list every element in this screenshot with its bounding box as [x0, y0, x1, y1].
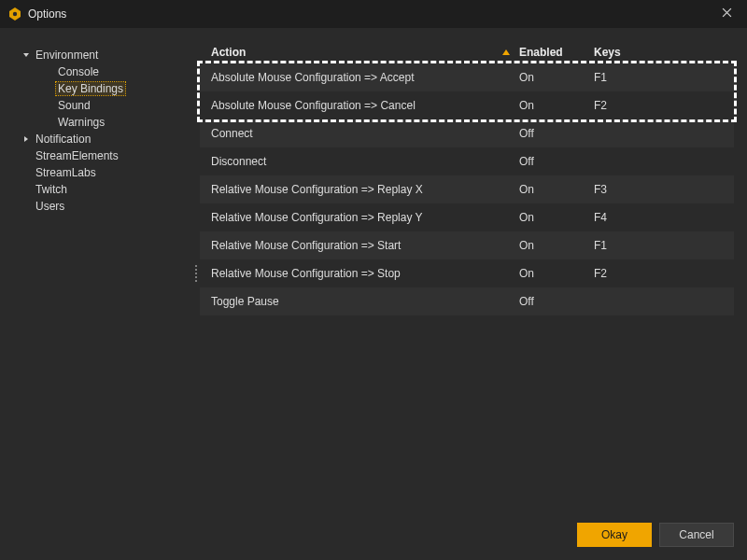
sidebar-item-streamelements[interactable]: StreamElements	[19, 147, 200, 164]
cell-action: Relative Mouse Configuration => Start	[211, 239, 519, 252]
sidebar-item-environment[interactable]: Environment	[19, 47, 200, 63]
table-row[interactable]: Relative Mouse Configuration => StartOnF…	[200, 231, 734, 259]
cell-action: Toggle Pause	[211, 295, 519, 308]
column-header-enabled[interactable]: Enabled	[519, 46, 594, 59]
table-row[interactable]: Relative Mouse Configuration => Replay X…	[200, 175, 734, 203]
cell-enabled: Off	[519, 295, 594, 308]
drag-handle-icon[interactable]	[193, 265, 199, 282]
window-title: Options	[28, 7, 66, 21]
sidebar-item-label: Users	[34, 200, 66, 213]
close-icon	[722, 7, 732, 21]
column-header-keys[interactable]: Keys	[594, 46, 734, 59]
cell-enabled: Off	[519, 155, 594, 168]
cell-keys: F1	[594, 71, 734, 84]
column-header-action[interactable]: Action	[211, 46, 519, 59]
sidebar-item-streamlabs[interactable]: StreamLabs	[19, 164, 200, 181]
sidebar-item-label: Twitch	[34, 183, 69, 196]
cell-keys: F1	[594, 239, 734, 252]
table-header: Action Enabled Keys	[200, 41, 734, 63]
svg-point-0	[13, 12, 17, 16]
table-row[interactable]: Relative Mouse Configuration => Replay Y…	[200, 203, 734, 231]
table-row[interactable]: Absolute Mouse Configuration => CancelOn…	[200, 91, 734, 119]
sidebar-item-label: StreamElements	[34, 149, 120, 162]
close-button[interactable]	[713, 1, 740, 27]
sort-ascending-icon	[502, 49, 510, 55]
cell-enabled: On	[519, 267, 594, 280]
cell-action: Connect	[211, 127, 519, 140]
sidebar-item-label: Warnings	[56, 116, 106, 129]
cell-action: Absolute Mouse Configuration => Accept	[211, 71, 519, 84]
table-row[interactable]: Relative Mouse Configuration => StopOnF2	[200, 259, 734, 287]
sidebar-item-sound[interactable]: Sound	[19, 97, 200, 114]
cancel-button[interactable]: Cancel	[659, 523, 734, 547]
cell-enabled: On	[519, 239, 594, 252]
sidebar-item-twitch[interactable]: Twitch	[19, 181, 200, 198]
cell-action: Relative Mouse Configuration => Replay Y	[211, 211, 519, 224]
sidebar-item-notification[interactable]: Notification	[19, 131, 200, 147]
titlebar-left: Options	[7, 7, 66, 21]
cell-keys: F2	[594, 267, 734, 280]
keybindings-panel: Action Enabled Keys Absolute Mouse Confi…	[200, 41, 734, 510]
cell-keys: F4	[594, 211, 734, 224]
sidebar-item-label: Sound	[56, 99, 92, 112]
cell-action: Absolute Mouse Configuration => Cancel	[211, 99, 519, 112]
table-body: Absolute Mouse Configuration => AcceptOn…	[200, 63, 734, 315]
cell-enabled: On	[519, 71, 594, 84]
cell-enabled: Off	[519, 127, 594, 140]
sidebar-item-label: StreamLabs	[34, 166, 98, 179]
cell-action: Relative Mouse Configuration => Stop	[211, 267, 519, 280]
sidebar-item-console[interactable]: Console	[19, 63, 200, 80]
column-header-enabled-label: Enabled	[519, 46, 563, 59]
cell-enabled: On	[519, 183, 594, 196]
sidebar-item-label: Key Bindings	[56, 82, 125, 95]
cell-action: Relative Mouse Configuration => Replay X	[211, 183, 519, 196]
app-icon	[7, 7, 22, 21]
cell-enabled: On	[519, 211, 594, 224]
column-header-keys-label: Keys	[594, 46, 621, 59]
sidebar-item-users[interactable]: Users	[19, 198, 200, 215]
table-row[interactable]: DisconnectOff	[200, 147, 734, 175]
sidebar-item-label: Console	[56, 65, 101, 78]
okay-button[interactable]: Okay	[577, 523, 652, 547]
table-row[interactable]: ConnectOff	[200, 119, 734, 147]
content: EnvironmentConsoleKey BindingsSoundWarni…	[0, 28, 747, 510]
table-row[interactable]: Toggle PauseOff	[200, 287, 734, 315]
dialog-footer: Okay Cancel	[0, 510, 747, 560]
chevron-right-icon	[21, 133, 32, 145]
cell-action: Disconnect	[211, 155, 519, 168]
cell-keys: F3	[594, 183, 734, 196]
sidebar-item-label: Environment	[34, 49, 100, 62]
sidebar-item-key-bindings[interactable]: Key Bindings	[19, 80, 200, 97]
sidebar-tree: EnvironmentConsoleKey BindingsSoundWarni…	[13, 41, 200, 510]
table-row[interactable]: Absolute Mouse Configuration => AcceptOn…	[200, 63, 734, 91]
cell-enabled: On	[519, 99, 594, 112]
chevron-down-icon	[21, 49, 32, 61]
column-header-action-label: Action	[211, 46, 246, 59]
sidebar-item-label: Notification	[34, 133, 92, 146]
sidebar-item-warnings[interactable]: Warnings	[19, 114, 200, 131]
cell-keys: F2	[594, 99, 734, 112]
titlebar: Options	[0, 0, 747, 28]
